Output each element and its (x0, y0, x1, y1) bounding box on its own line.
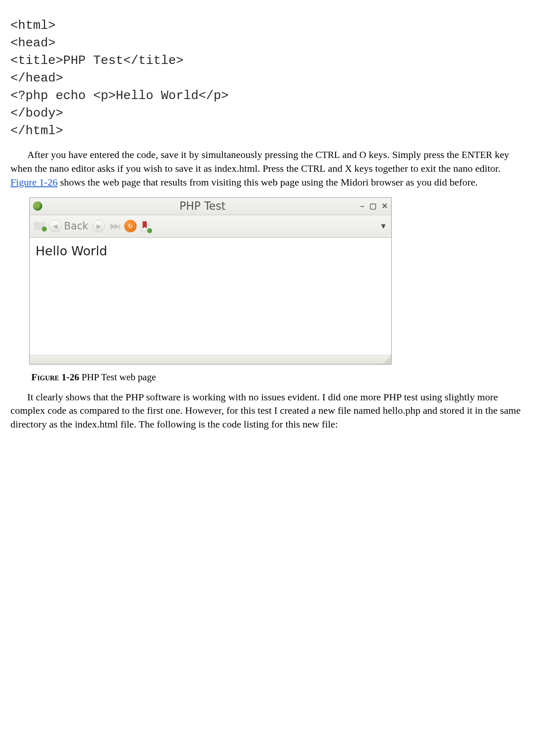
code-line: </body> (10, 106, 63, 120)
menu-dropdown-icon[interactable]: ▼ (380, 222, 387, 231)
window-titlebar: PHP Test – ▢ ✕ (30, 198, 391, 215)
text: keys. Simply press the (366, 149, 461, 160)
next-icon[interactable]: ▶▶| (108, 220, 121, 232)
code-block: <html> <head> <title>PHP Test</title> </… (10, 17, 525, 140)
key-enter: ENTER (461, 150, 492, 160)
window-controls: – ▢ ✕ (360, 201, 388, 211)
window-title: PHP Test (45, 200, 360, 212)
forward-button[interactable]: ▶ (92, 220, 105, 232)
key-x: X (345, 163, 352, 174)
code-line: <?php echo <p>Hello World</p> (10, 89, 229, 103)
resize-grip-icon[interactable] (382, 355, 391, 364)
code-line: </html> (10, 124, 63, 138)
minimize-button[interactable]: – (360, 202, 364, 211)
stop-reload-button[interactable]: ↻ (124, 220, 137, 232)
close-button[interactable]: ✕ (382, 201, 388, 211)
key-o: O (359, 150, 366, 160)
text: After you have entered the code, save it… (27, 149, 316, 160)
midori-app-icon (33, 201, 42, 211)
figure-label: Figure (31, 372, 59, 382)
back-label: Back (64, 220, 88, 232)
key-ctrl: CTRL (316, 150, 340, 160)
paragraph-save-instructions: After you have entered the code, save it… (10, 148, 525, 189)
figure-caption: Figure 1-26 PHP Test web page (31, 372, 525, 383)
code-line: <html> (10, 18, 56, 33)
figure-caption-text: PHP Test web page (82, 372, 156, 382)
figure-number: 1-26 (59, 372, 82, 382)
paragraph-php-working: It clearly shows that the PHP software i… (10, 390, 525, 431)
text: shows the web page that results from vis… (58, 177, 478, 188)
browser-toolbar: ◀ Back ▶ ▶▶| ↻ ▼ (30, 215, 391, 238)
code-line: </head> (10, 71, 63, 85)
key-ctrl: CTRL (301, 163, 325, 174)
back-button[interactable]: ◀ (49, 220, 61, 232)
text: keys together to exit the nano editor. (352, 163, 501, 174)
code-line: <head> (10, 36, 56, 50)
browser-window-figure: PHP Test – ▢ ✕ ◀ Back ▶ ▶▶| ↻ ▼ Hello Wo… (29, 197, 392, 364)
figure-link[interactable]: Figure 1-26 (10, 177, 58, 188)
window-statusbar (30, 355, 391, 364)
page-content-text: Hello World (36, 244, 385, 258)
new-tab-button[interactable] (34, 222, 46, 230)
maximize-button[interactable]: ▢ (369, 201, 377, 211)
add-bookmark-button[interactable] (140, 220, 151, 232)
browser-viewport: Hello World (30, 238, 391, 355)
text: and (340, 149, 359, 160)
code-line: <title>PHP Test</title> (10, 53, 183, 68)
text: and (326, 163, 345, 174)
